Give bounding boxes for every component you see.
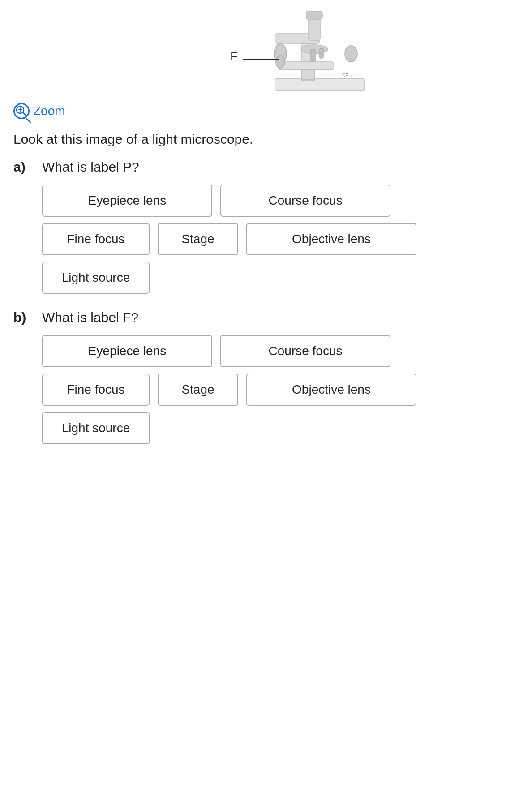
answer-b-objective-lens[interactable]: Objective lens: [246, 374, 416, 406]
microscope-diagram: CE ✓ F: [176, 9, 356, 99]
answer-b-stage[interactable]: Stage: [158, 374, 238, 406]
svg-rect-7: [320, 48, 323, 58]
question-b-text: What is label F?: [42, 310, 138, 325]
question-a-row1: Eyepiece lens Course focus: [42, 185, 519, 217]
page-container: CE ✓ F Zoom Look at this image of a ligh…: [0, 0, 532, 478]
question-a-letter: a): [13, 159, 31, 175]
question-b-row2: Fine focus Stage Objective lens: [42, 374, 519, 406]
zoom-link[interactable]: Zoom: [13, 103, 65, 119]
microscope-image-area: CE ✓ F: [13, 9, 519, 99]
answer-a-light-source[interactable]: Light source: [42, 262, 150, 294]
question-a-label-row: a) What is label P?: [13, 159, 519, 175]
zoom-link-area: Zoom: [13, 103, 519, 119]
question-b-letter: b): [13, 310, 31, 325]
question-b-label-row: b) What is label F?: [13, 310, 519, 325]
question-a-text: What is label P?: [42, 159, 139, 175]
question-a-options: Eyepiece lens Course focus Fine focus St…: [42, 185, 519, 294]
svg-line-17: [23, 112, 26, 116]
answer-a-eyepiece-lens[interactable]: Eyepiece lens: [42, 185, 212, 217]
question-a-block: a) What is label P? Eyepiece lens Course…: [13, 159, 519, 294]
question-a-row2: Fine focus Stage Objective lens: [42, 223, 519, 255]
answer-b-eyepiece-lens[interactable]: Eyepiece lens: [42, 335, 212, 367]
svg-text:CE ✓: CE ✓: [342, 73, 353, 78]
svg-rect-9: [302, 70, 314, 80]
answer-a-course-focus[interactable]: Course focus: [220, 185, 390, 217]
svg-point-12: [345, 46, 357, 62]
svg-point-11: [276, 56, 285, 68]
microscope-svg: CE ✓ F: [176, 9, 427, 103]
svg-rect-8: [279, 62, 333, 70]
zoom-label: Zoom: [33, 104, 65, 118]
svg-rect-6: [311, 49, 315, 63]
answer-a-stage[interactable]: Stage: [158, 223, 238, 255]
answer-b-course-focus[interactable]: Course focus: [220, 335, 390, 367]
answer-b-fine-focus[interactable]: Fine focus: [42, 374, 150, 406]
question-b-block: b) What is label F? Eyepiece lens Course…: [13, 310, 519, 444]
svg-text:F: F: [230, 49, 238, 63]
question-a-row3: Light source: [42, 262, 519, 294]
answer-a-objective-lens[interactable]: Objective lens: [246, 223, 416, 255]
answer-b-light-source[interactable]: Light source: [42, 412, 150, 444]
answer-a-fine-focus[interactable]: Fine focus: [42, 223, 150, 255]
question-b-row3: Light source: [42, 412, 519, 444]
question-b-options: Eyepiece lens Course focus Fine focus St…: [42, 335, 519, 444]
svg-rect-4: [306, 11, 322, 19]
instruction-text: Look at this image of a light microscope…: [13, 132, 519, 147]
svg-rect-0: [275, 78, 365, 91]
zoom-icon: [13, 103, 30, 119]
question-b-row1: Eyepiece lens Course focus: [42, 335, 519, 367]
